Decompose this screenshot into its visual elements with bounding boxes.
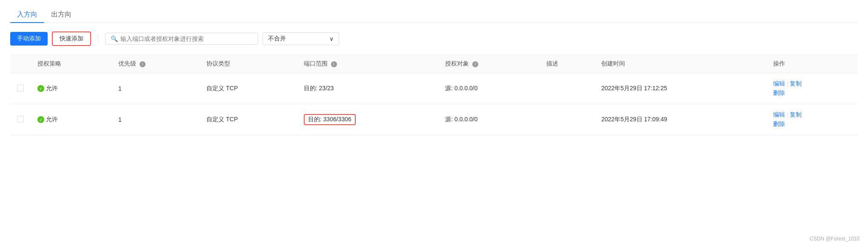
row2-created-time-value: 2022年5月29日 17:09:49: [601, 116, 667, 123]
row2-actions-group: 编辑 | 复制 删除: [773, 111, 851, 128]
row1-auth-object-value: 源: 0.0.0.0/0: [445, 85, 477, 92]
merge-select[interactable]: 不合并 ∨: [263, 32, 339, 45]
row1-priority-cell: 1: [111, 73, 200, 104]
row1-port-range-cell: 目的: 23/23: [297, 73, 439, 104]
row2-protocol-cell: 自定义 TCP: [200, 104, 297, 135]
col-port-range: 端口范围 i: [297, 55, 439, 73]
row1-auth-object-cell: 源: 0.0.0.0/0: [438, 73, 539, 104]
row2-auth-object-value: 源: 0.0.0.0/0: [445, 116, 477, 123]
table-header-row: 授权策略 优先级 i 协议类型 端口范围 i 授权对象 i 描述 创建时间 操作: [10, 55, 858, 73]
row2-created-time-cell: 2022年5月29日 17:09:49: [594, 104, 766, 135]
toolbar-divider: [98, 34, 98, 43]
row1-protocol-cell: 自定义 TCP: [200, 73, 297, 104]
search-input[interactable]: [120, 35, 253, 42]
row1-policy-cell: ✓ 允许: [31, 73, 111, 104]
row1-actions-top: 编辑 | 复制: [773, 80, 851, 88]
row2-priority-value: 1: [118, 116, 122, 123]
row2-port-range-value: 目的: 3306/3306: [304, 114, 356, 125]
manual-add-button[interactable]: 手动添加: [10, 32, 48, 46]
row2-edit-link[interactable]: 编辑: [773, 111, 785, 119]
rules-table: 授权策略 优先级 i 协议类型 端口范围 i 授权对象 i 描述 创建时间 操作: [10, 54, 858, 135]
watermark: CSDN @Forest_1010: [810, 236, 859, 242]
merge-select-value: 不合并: [268, 35, 286, 43]
row2-copy-link[interactable]: 复制: [790, 111, 802, 119]
chevron-down-icon: ∨: [329, 35, 334, 42]
row2-allow-icon: ✓: [37, 116, 44, 123]
search-icon: 🔍: [111, 35, 118, 42]
row1-divider1: |: [787, 80, 788, 87]
row1-actions-bottom: 删除: [773, 89, 851, 97]
row2-actions-bottom: 删除: [773, 120, 851, 128]
auth-object-info-icon[interactable]: i: [472, 61, 478, 67]
row1-priority-value: 1: [118, 85, 122, 92]
col-policy: 授权策略: [31, 55, 111, 73]
row1-checkbox-cell: [10, 73, 31, 104]
row1-allow-icon: ✓: [37, 85, 44, 92]
row1-policy-value: 允许: [46, 85, 58, 92]
row2-policy-cell: ✓ 允许: [31, 104, 111, 135]
col-auth-object: 授权对象 i: [438, 55, 539, 73]
row1-created-time-cell: 2022年5月29日 17:12:25: [594, 73, 766, 104]
row1-description-cell: [540, 73, 595, 104]
tab-inbound[interactable]: 入方向: [10, 7, 44, 23]
row1-protocol-value: 自定义 TCP: [206, 85, 238, 92]
row2-actions-top: 编辑 | 复制: [773, 111, 851, 119]
row2-auth-object-cell: 源: 0.0.0.0/0: [438, 104, 539, 135]
col-priority: 优先级 i: [111, 55, 200, 73]
row2-protocol-value: 自定义 TCP: [206, 116, 238, 123]
table-row: ✓ 允许 1 自定义 TCP 目的: 3306/3306 源: 0.0.0.0/…: [10, 104, 858, 135]
tabs-bar: 入方向 出方向: [10, 7, 858, 23]
row2-description-cell: [540, 104, 595, 135]
row2-checkbox[interactable]: [17, 116, 24, 123]
col-protocol: 协议类型: [200, 55, 297, 73]
row1-delete-link[interactable]: 删除: [773, 89, 785, 97]
row2-port-range-cell: 目的: 3306/3306: [297, 104, 439, 135]
col-checkbox: [10, 55, 31, 73]
quick-add-button[interactable]: 快速添加: [52, 31, 91, 46]
col-description: 描述: [540, 55, 595, 73]
row2-checkbox-cell: [10, 104, 31, 135]
col-created-time: 创建时间: [594, 55, 766, 73]
row1-created-time-value: 2022年5月29日 17:12:25: [601, 85, 667, 92]
row2-priority-cell: 1: [111, 104, 200, 135]
row1-copy-link[interactable]: 复制: [790, 80, 802, 88]
row1-actions-group: 编辑 | 复制 删除: [773, 80, 851, 97]
table-row: ✓ 允许 1 自定义 TCP 目的: 23/23 源: 0.0.0.0/0: [10, 73, 858, 104]
port-range-info-icon[interactable]: i: [331, 61, 337, 67]
row2-divider1: |: [787, 112, 788, 118]
tab-outbound[interactable]: 出方向: [44, 7, 78, 23]
col-actions: 操作: [766, 55, 858, 73]
row1-actions-cell: 编辑 | 复制 删除: [766, 73, 858, 104]
row2-policy-value: 允许: [46, 116, 58, 123]
main-container: 入方向 出方向 手动添加 快速添加 🔍 不合并 ∨ 授权策略 优先级 i 协议类…: [0, 0, 868, 246]
row1-port-range-value: 目的: 23/23: [304, 85, 334, 92]
row1-edit-link[interactable]: 编辑: [773, 80, 785, 88]
toolbar: 手动添加 快速添加 🔍 不合并 ∨: [10, 31, 858, 46]
priority-info-icon[interactable]: i: [140, 61, 146, 67]
row2-delete-link[interactable]: 删除: [773, 120, 785, 128]
row1-checkbox[interactable]: [17, 85, 24, 92]
row2-actions-cell: 编辑 | 复制 删除: [766, 104, 858, 135]
search-box[interactable]: 🔍: [105, 33, 258, 45]
